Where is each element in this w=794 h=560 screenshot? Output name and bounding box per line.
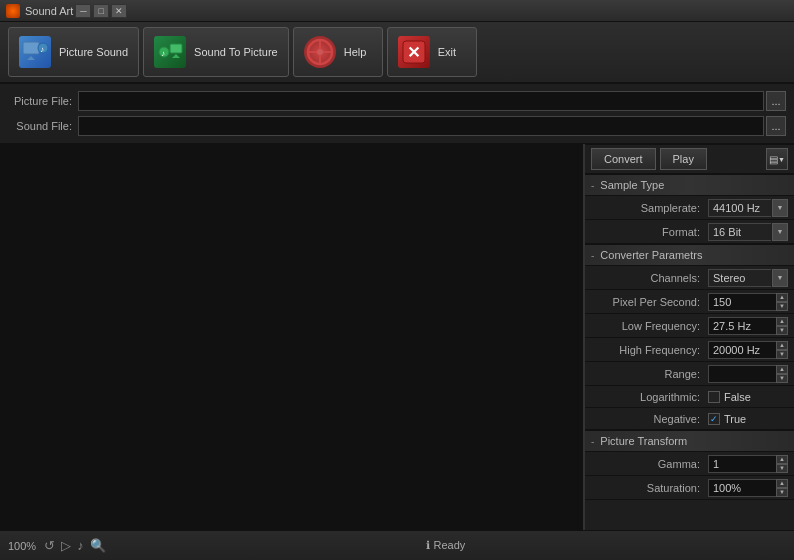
- sound-picture-button[interactable]: ♪ Sound To Picture: [143, 27, 289, 77]
- rewind-icon[interactable]: ↺: [44, 538, 55, 553]
- sound-file-input[interactable]: [78, 116, 764, 136]
- high-freq-spinbox-buttons: ▲ ▼: [776, 341, 788, 359]
- volume-icon[interactable]: ♪: [77, 538, 84, 553]
- high-freq-label: High Frequency:: [591, 344, 708, 356]
- picture-sound-label: Picture Sound: [59, 46, 128, 58]
- converter-collapse[interactable]: -: [591, 250, 594, 261]
- gamma-spinbox[interactable]: 1 ▲ ▼: [708, 455, 788, 473]
- high-freq-up[interactable]: ▲: [776, 341, 788, 350]
- status-ready: ℹ Ready: [106, 539, 786, 552]
- high-freq-down[interactable]: ▼: [776, 350, 788, 359]
- pps-value: 150: [708, 293, 776, 311]
- pps-spinbox[interactable]: 150 ▲ ▼: [708, 293, 788, 311]
- channels-select[interactable]: Stereo ▼: [708, 269, 788, 287]
- high-freq-value: 20000 Hz: [708, 341, 776, 359]
- picture-sound-icon: ♪: [19, 36, 51, 68]
- exit-label: Exit: [438, 46, 456, 58]
- sample-type-collapse[interactable]: -: [591, 180, 594, 191]
- picture-file-input[interactable]: [78, 91, 764, 111]
- range-up[interactable]: ▲: [776, 365, 788, 374]
- saturation-value: 100%: [708, 479, 776, 497]
- search-icon[interactable]: 🔍: [90, 538, 106, 553]
- svg-text:♪: ♪: [161, 49, 165, 58]
- pps-label: Pixel Per Second:: [591, 296, 708, 308]
- sound-picture-icon: ♪: [154, 36, 186, 68]
- low-freq-down[interactable]: ▼: [776, 326, 788, 335]
- gamma-down[interactable]: ▼: [776, 464, 788, 473]
- picture-file-row: Picture File: ...: [8, 90, 786, 112]
- svg-rect-6: [170, 44, 182, 53]
- main-content: Convert Play ▤ ▼ - Sample Type Samplerat…: [0, 144, 794, 537]
- picture-transform-collapse[interactable]: -: [591, 436, 594, 447]
- convert-button[interactable]: Convert: [591, 148, 656, 170]
- logarithmic-checkbox-area: False: [708, 391, 788, 403]
- sound-browse-button[interactable]: ...: [766, 116, 786, 136]
- dropdown-arrow: ▼: [778, 156, 785, 163]
- range-spinbox[interactable]: ▲ ▼: [708, 365, 788, 383]
- pps-spinbox-buttons: ▲ ▼: [776, 293, 788, 311]
- low-freq-value: 27.5 Hz: [708, 317, 776, 335]
- pps-down[interactable]: ▼: [776, 302, 788, 311]
- range-down[interactable]: ▼: [776, 374, 788, 383]
- settings-button[interactable]: ▤ ▼: [766, 148, 788, 170]
- format-value: 16 Bit: [708, 223, 771, 241]
- app-icon: [6, 4, 20, 18]
- play-button[interactable]: Play: [660, 148, 707, 170]
- high-freq-spinbox[interactable]: 20000 Hz ▲ ▼: [708, 341, 788, 359]
- low-freq-up[interactable]: ▲: [776, 317, 788, 326]
- picture-sound-button[interactable]: ♪ Picture Sound: [8, 27, 139, 77]
- low-freq-label: Low Frequency:: [591, 320, 708, 332]
- picture-browse-button[interactable]: ...: [766, 91, 786, 111]
- close-button[interactable]: ✕: [111, 4, 127, 18]
- maximize-button[interactable]: □: [93, 4, 109, 18]
- range-spinbox-buttons: ▲ ▼: [776, 365, 788, 383]
- sample-type-header: - Sample Type: [585, 174, 794, 196]
- negative-checkbox-area: ✓ True: [708, 413, 788, 425]
- file-area: Picture File: ... Sound File: ...: [0, 84, 794, 144]
- ready-icon: ℹ: [426, 539, 430, 551]
- picture-transform-title: Picture Transform: [600, 435, 687, 447]
- format-dropdown[interactable]: ▼: [772, 223, 788, 241]
- samplerate-value: 44100 Hz: [708, 199, 771, 217]
- channels-row: Channels: Stereo ▼: [585, 266, 794, 290]
- logarithmic-value: False: [724, 391, 751, 403]
- ready-text: Ready: [433, 539, 465, 551]
- exit-button[interactable]: ✕ Exit: [387, 27, 477, 77]
- channels-dropdown[interactable]: ▼: [772, 269, 788, 287]
- gamma-label: Gamma:: [591, 458, 708, 470]
- statusbar: 100% ↺ ▷ ♪ 🔍 ℹ Ready: [0, 530, 794, 560]
- samplerate-label: Samplerate:: [591, 202, 708, 214]
- high-freq-row: High Frequency: 20000 Hz ▲ ▼: [585, 338, 794, 362]
- gamma-up[interactable]: ▲: [776, 455, 788, 464]
- status-icons: ↺ ▷ ♪ 🔍: [44, 538, 106, 553]
- gamma-value: 1: [708, 455, 776, 473]
- picture-file-label: Picture File:: [8, 95, 78, 107]
- right-panel: Convert Play ▤ ▼ - Sample Type Samplerat…: [584, 144, 794, 537]
- low-freq-row: Low Frequency: 27.5 Hz ▲ ▼: [585, 314, 794, 338]
- samplerate-dropdown[interactable]: ▼: [772, 199, 788, 217]
- channels-label: Channels:: [591, 272, 708, 284]
- svg-text:✕: ✕: [407, 44, 420, 61]
- saturation-spinbox[interactable]: 100% ▲ ▼: [708, 479, 788, 497]
- saturation-spinbox-buttons: ▲ ▼: [776, 479, 788, 497]
- converter-params-title: Converter Parametrs: [600, 249, 702, 261]
- channels-value: Stereo: [708, 269, 771, 287]
- gamma-row: Gamma: 1 ▲ ▼: [585, 452, 794, 476]
- play-icon[interactable]: ▷: [61, 538, 71, 553]
- low-freq-spinbox[interactable]: 27.5 Hz ▲ ▼: [708, 317, 788, 335]
- saturation-down[interactable]: ▼: [776, 488, 788, 497]
- saturation-up[interactable]: ▲: [776, 479, 788, 488]
- help-button[interactable]: Help: [293, 27, 383, 77]
- convert-bar: Convert Play ▤ ▼: [585, 144, 794, 174]
- negative-label: Negative:: [591, 413, 708, 425]
- negative-checkbox[interactable]: ✓: [708, 413, 720, 425]
- samplerate-select[interactable]: 44100 Hz ▼: [708, 199, 788, 217]
- logarithmic-checkbox[interactable]: [708, 391, 720, 403]
- pps-row: Pixel Per Second: 150 ▲ ▼: [585, 290, 794, 314]
- pps-up[interactable]: ▲: [776, 293, 788, 302]
- saturation-label: Saturation:: [591, 482, 708, 494]
- minimize-button[interactable]: ─: [75, 4, 91, 18]
- low-freq-spinbox-buttons: ▲ ▼: [776, 317, 788, 335]
- format-select[interactable]: 16 Bit ▼: [708, 223, 788, 241]
- format-label: Format:: [591, 226, 708, 238]
